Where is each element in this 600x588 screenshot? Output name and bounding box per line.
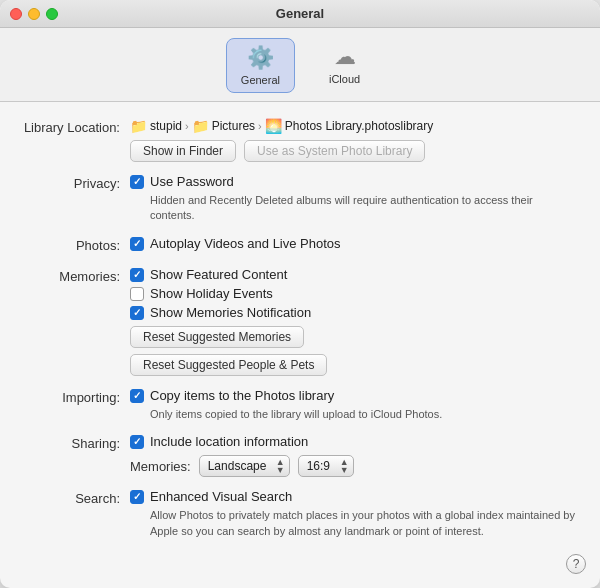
use-password-row: Use Password [130, 174, 580, 189]
content-area: Library Location: 📁 stupid › 📁 Pictures … [0, 102, 600, 588]
sharing-label: Sharing: [20, 434, 130, 451]
featured-label-text: Show Featured Content [150, 267, 287, 282]
use-password-label-text: Use Password [150, 174, 234, 189]
enhanced-description: Allow Photos to privately match places i… [150, 508, 580, 539]
title-bar: General [0, 0, 600, 28]
photos-content: Autoplay Videos and Live Photos [130, 236, 580, 255]
use-password-checkbox[interactable] [130, 175, 144, 189]
photos-library-icon: 🌅 [265, 118, 282, 134]
location-checkbox[interactable] [130, 435, 144, 449]
autoplay-row: Autoplay Videos and Live Photos [130, 236, 580, 251]
notifications-checkbox[interactable] [130, 306, 144, 320]
privacy-label: Privacy: [20, 174, 130, 191]
maximize-button[interactable] [46, 8, 58, 20]
breadcrumb-library: 🌅 Photos Library.photoslibrary [265, 118, 434, 134]
sharing-content: Include location information Memories: L… [130, 434, 580, 477]
window-title: General [276, 6, 324, 21]
toolbar-general-label: General [241, 74, 280, 86]
reset-people-button[interactable]: Reset Suggested People & Pets [130, 354, 327, 376]
traffic-lights [10, 8, 58, 20]
copy-description: Only items copied to the library will up… [150, 407, 580, 422]
show-in-finder-button[interactable]: Show in Finder [130, 140, 236, 162]
copy-label-text: Copy items to the Photos library [150, 388, 334, 403]
toolbar-icloud[interactable]: ☁ iCloud [315, 38, 374, 93]
copy-checkbox[interactable] [130, 389, 144, 403]
privacy-content: Use Password Hidden and Recently Deleted… [130, 174, 580, 224]
breadcrumb-stupid: stupid [150, 119, 182, 133]
sharing-memories-sub-label: Memories: [130, 459, 191, 474]
use-password-description: Hidden and Recently Deleted albums will … [150, 193, 580, 224]
featured-checkbox[interactable] [130, 268, 144, 282]
minimize-button[interactable] [28, 8, 40, 20]
reset-memories-button[interactable]: Reset Suggested Memories [130, 326, 304, 348]
ratio-select[interactable]: 16:9 4:3 1:1 [298, 455, 354, 477]
breadcrumb-folder-pictures: 📁 Pictures [192, 118, 255, 134]
library-buttons: Show in Finder Use as System Photo Libra… [130, 140, 580, 162]
photos-section: Photos: Autoplay Videos and Live Photos [20, 236, 580, 255]
importing-label: Importing: [20, 388, 130, 405]
notifications-label-text: Show Memories Notification [150, 305, 311, 320]
enhanced-label-text: Enhanced Visual Search [150, 489, 292, 504]
enhanced-checkbox[interactable] [130, 490, 144, 504]
sharing-memories-row: Memories: Landscape Portrait ▲▼ 16:9 4:3… [130, 455, 580, 477]
use-as-system-button[interactable]: Use as System Photo Library [244, 140, 425, 162]
cloud-icon: ☁ [334, 44, 356, 70]
sharing-section: Sharing: Include location information Me… [20, 434, 580, 477]
autoplay-checkbox[interactable] [130, 237, 144, 251]
holiday-label-text: Show Holiday Events [150, 286, 273, 301]
search-section: Search: Enhanced Visual Search Allow Pho… [20, 489, 580, 539]
toolbar-general[interactable]: ⚙️ General [226, 38, 295, 93]
memories-buttons: Reset Suggested Memories Reset Suggested… [130, 326, 580, 376]
location-label-text: Include location information [150, 434, 308, 449]
memories-label: Memories: [20, 267, 130, 284]
enhanced-row: Enhanced Visual Search [130, 489, 580, 504]
close-button[interactable] [10, 8, 22, 20]
featured-row: Show Featured Content [130, 267, 580, 282]
search-content: Enhanced Visual Search Allow Photos to p… [130, 489, 580, 539]
toolbar-icloud-label: iCloud [329, 73, 360, 85]
autoplay-label-text: Autoplay Videos and Live Photos [150, 236, 341, 251]
importing-content: Copy items to the Photos library Only it… [130, 388, 580, 422]
main-window: General ⚙️ General ☁ iCloud Library Loca… [0, 0, 600, 588]
breadcrumb-pictures: Pictures [212, 119, 255, 133]
copy-row: Copy items to the Photos library [130, 388, 580, 403]
memories-section: Memories: Show Featured Content Show Hol… [20, 267, 580, 376]
location-row: Include location information [130, 434, 580, 449]
orientation-select[interactable]: Landscape Portrait [199, 455, 290, 477]
orientation-select-wrapper: Landscape Portrait ▲▼ [199, 455, 290, 477]
holiday-row: Show Holiday Events [130, 286, 580, 301]
library-location-content: 📁 stupid › 📁 Pictures › 🌅 Photos Library… [130, 118, 580, 162]
folder-icon-2: 📁 [192, 118, 209, 134]
toolbar: ⚙️ General ☁ iCloud [0, 28, 600, 102]
importing-section: Importing: Copy items to the Photos libr… [20, 388, 580, 422]
folder-icon-1: 📁 [130, 118, 147, 134]
holiday-checkbox[interactable] [130, 287, 144, 301]
help-button[interactable]: ? [566, 554, 586, 574]
memories-content: Show Featured Content Show Holiday Event… [130, 267, 580, 376]
gear-icon: ⚙️ [247, 45, 274, 71]
photos-label: Photos: [20, 236, 130, 253]
ratio-select-wrapper: 16:9 4:3 1:1 ▲▼ [298, 455, 354, 477]
breadcrumb: 📁 stupid › 📁 Pictures › 🌅 Photos Library… [130, 118, 580, 134]
library-location-section: Library Location: 📁 stupid › 📁 Pictures … [20, 118, 580, 162]
search-label: Search: [20, 489, 130, 506]
breadcrumb-library-name: Photos Library.photoslibrary [285, 119, 434, 133]
breadcrumb-folder-stupid: 📁 stupid [130, 118, 182, 134]
privacy-section: Privacy: Use Password Hidden and Recentl… [20, 174, 580, 224]
notifications-row: Show Memories Notification [130, 305, 580, 320]
library-location-label: Library Location: [20, 118, 130, 135]
